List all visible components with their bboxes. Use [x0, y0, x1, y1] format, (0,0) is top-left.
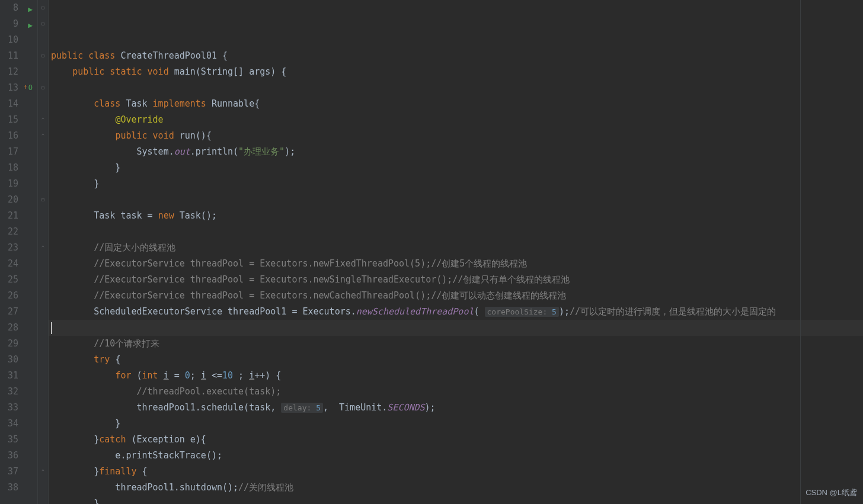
line-number: 22: [0, 224, 18, 240]
fold-marker[interactable]: [38, 448, 48, 464]
fold-marker[interactable]: [38, 64, 48, 80]
code-line[interactable]: @Override: [49, 112, 863, 128]
line-number: 23: [0, 240, 18, 256]
line-number: 14: [0, 96, 18, 112]
line-number: 17: [0, 144, 18, 160]
code-editor[interactable]: 8▶9▶10111213O↑14151617181920212223242526…: [0, 0, 863, 504]
line-number: 8▶: [0, 0, 18, 16]
code-area[interactable]: public class CreateThreadPool01 { public…: [49, 0, 863, 504]
line-number: 35: [0, 432, 18, 448]
line-number: 31: [0, 368, 18, 384]
code-line[interactable]: e.printStackTrace();: [49, 448, 863, 464]
line-number: 27: [0, 304, 18, 320]
run-icon[interactable]: ▶: [28, 17, 33, 33]
line-number: 28: [0, 320, 18, 336]
fold-marker[interactable]: [38, 384, 48, 400]
line-number: 9▶: [0, 16, 18, 32]
fold-marker[interactable]: [38, 368, 48, 384]
fold-marker[interactable]: ⊟: [38, 0, 48, 16]
line-number: 29: [0, 336, 18, 352]
code-line[interactable]: }: [49, 416, 863, 432]
fold-marker[interactable]: [38, 352, 48, 368]
fold-marker[interactable]: [38, 336, 48, 352]
fold-marker[interactable]: [38, 96, 48, 112]
code-line[interactable]: //threadPool.execute(task);: [49, 384, 863, 400]
line-number: 32: [0, 384, 18, 400]
code-line[interactable]: //ExecutorService threadPool = Executors…: [49, 256, 863, 272]
line-number: 19: [0, 176, 18, 192]
code-line[interactable]: }catch (Exception e){: [49, 432, 863, 448]
code-line[interactable]: }: [49, 176, 863, 192]
line-number: 24: [0, 256, 18, 272]
line-number: 36: [0, 448, 18, 464]
code-line[interactable]: }: [49, 496, 863, 504]
line-number: 33: [0, 400, 18, 416]
line-number: 10: [0, 32, 18, 48]
code-line[interactable]: System.out.println("办理业务");: [49, 144, 863, 160]
fold-marker[interactable]: [38, 432, 48, 448]
fold-marker[interactable]: [38, 400, 48, 416]
run-icon[interactable]: ▶: [28, 1, 33, 17]
code-line[interactable]: public class CreateThreadPool01 {: [49, 48, 863, 64]
fold-marker[interactable]: ⊟: [38, 192, 48, 208]
line-number: 21: [0, 208, 18, 224]
fold-marker[interactable]: ⊟: [38, 80, 48, 96]
line-number: 12: [0, 64, 18, 80]
code-line[interactable]: }finally {: [49, 464, 863, 480]
fold-marker[interactable]: ⌃: [38, 112, 48, 128]
parameter-hint: delay: 5: [281, 403, 323, 413]
fold-bar[interactable]: ⊟⊟⊟⊟⌃⌃⊟⌃⌃: [38, 0, 49, 504]
parameter-hint: corePoolSize: 5: [485, 307, 559, 317]
line-number: 13O↑: [0, 80, 18, 96]
code-line[interactable]: public void run(){: [49, 128, 863, 144]
fold-marker[interactable]: [38, 416, 48, 432]
line-number: 25: [0, 272, 18, 288]
fold-marker[interactable]: [38, 304, 48, 320]
fold-marker[interactable]: ⊟: [38, 16, 48, 32]
code-line[interactable]: threadPool1.shutdown();//关闭线程池: [49, 480, 863, 496]
fold-marker[interactable]: [38, 32, 48, 48]
fold-marker[interactable]: [38, 144, 48, 160]
watermark: CSDN @L纸鸢: [806, 484, 857, 500]
line-number-gutter: 8▶9▶10111213O↑14151617181920212223242526…: [0, 0, 38, 504]
code-line[interactable]: threadPool1.schedule(task, delay: 5, Tim…: [49, 400, 863, 416]
line-number: 37: [0, 464, 18, 480]
line-number: 20: [0, 192, 18, 208]
line-number: 16: [0, 128, 18, 144]
code-line[interactable]: //ExecutorService threadPool = Executors…: [49, 288, 863, 304]
code-line[interactable]: class Task implements Runnable{: [49, 96, 863, 112]
fold-marker[interactable]: [38, 176, 48, 192]
line-number: 15: [0, 112, 18, 128]
code-line[interactable]: //ExecutorService threadPool = Executors…: [49, 272, 863, 288]
fold-marker[interactable]: [38, 208, 48, 224]
fold-marker[interactable]: ⌃: [38, 240, 48, 256]
fold-marker[interactable]: ⊟: [38, 48, 48, 64]
line-number: 38: [0, 480, 18, 496]
line-number: 11: [0, 48, 18, 64]
code-line[interactable]: [49, 192, 863, 208]
code-line[interactable]: //固定大小的线程池: [49, 240, 863, 256]
code-line[interactable]: }: [49, 160, 863, 176]
code-line[interactable]: [49, 224, 863, 240]
line-number: 34: [0, 416, 18, 432]
code-line[interactable]: for (int i = 0; i <=10 ; i++) {: [49, 368, 863, 384]
fold-marker[interactable]: [38, 320, 48, 336]
code-line[interactable]: try {: [49, 352, 863, 368]
code-line[interactable]: //10个请求打来: [49, 336, 863, 352]
fold-marker[interactable]: [38, 288, 48, 304]
fold-marker[interactable]: [38, 480, 48, 496]
code-line[interactable]: public static void main(String[] args) {: [49, 64, 863, 80]
override-icon[interactable]: O: [28, 80, 33, 96]
line-number: 30: [0, 352, 18, 368]
fold-marker[interactable]: [38, 272, 48, 288]
fold-marker[interactable]: [38, 224, 48, 240]
fold-marker[interactable]: [38, 160, 48, 176]
code-line[interactable]: [49, 80, 863, 96]
code-line[interactable]: Task task = new Task();: [49, 208, 863, 224]
fold-marker[interactable]: ⌃: [38, 128, 48, 144]
code-line[interactable]: ScheduledExecutorService threadPool1 = E…: [49, 304, 863, 320]
code-line[interactable]: [49, 320, 863, 336]
line-number: 26: [0, 288, 18, 304]
fold-marker[interactable]: [38, 256, 48, 272]
fold-marker[interactable]: ⌃: [38, 464, 48, 480]
